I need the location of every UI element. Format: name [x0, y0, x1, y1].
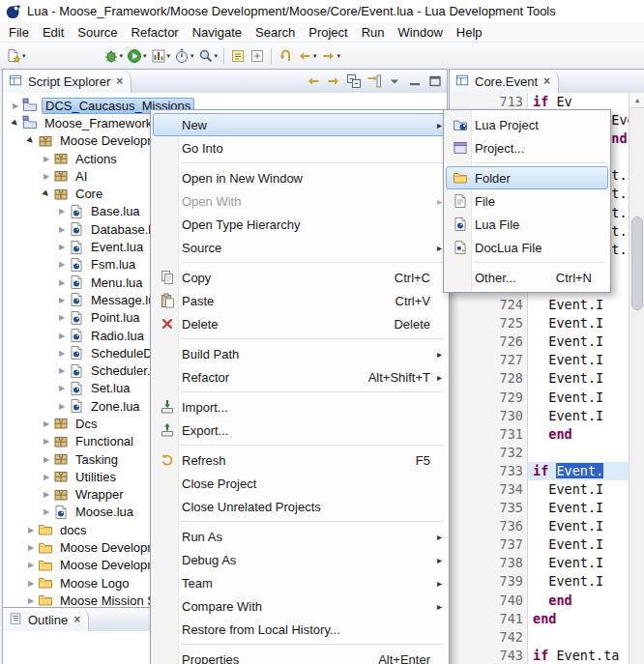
menu-edit[interactable]: Edit	[36, 23, 71, 42]
code-line[interactable]: end	[528, 610, 629, 628]
link-with-editor-button[interactable]	[365, 72, 383, 91]
collapsed-arrow-icon[interactable]: ▶	[24, 596, 38, 605]
close-icon[interactable]: ×	[73, 614, 80, 625]
menu-window[interactable]: Window	[392, 23, 450, 42]
collapsed-arrow-icon[interactable]: ▶	[40, 473, 53, 481]
dropdown-caret-icon[interactable]: ▾	[313, 52, 317, 60]
dropdown-caret-icon[interactable]: ▾	[337, 52, 341, 60]
expanded-arrow-icon[interactable]: ▶	[8, 115, 23, 130]
menu-item-go-into[interactable]: Go Into	[153, 136, 447, 159]
submenu-item-folder[interactable]: Folder	[446, 166, 608, 189]
collapsed-arrow-icon[interactable]: ▶	[55, 402, 69, 411]
menu-file[interactable]: File	[2, 23, 36, 42]
code-line[interactable]: Event.I	[528, 517, 629, 535]
collapsed-arrow-icon[interactable]: ▶	[24, 561, 38, 569]
menu-item-team[interactable]: Team▸	[153, 571, 447, 594]
collapsed-arrow-icon[interactable]: ▶	[24, 526, 38, 534]
collapsed-arrow-icon[interactable]: ▶	[40, 490, 53, 499]
back-button[interactable]: ▾	[295, 44, 319, 69]
code-line[interactable]	[528, 628, 629, 647]
collapsed-arrow-icon[interactable]: ▶	[55, 349, 69, 358]
expanded-arrow-icon[interactable]: ▶	[23, 133, 39, 149]
collapsed-arrow-icon[interactable]: ▶	[55, 332, 69, 340]
code-line[interactable]: Event.I	[528, 554, 629, 572]
collapsed-arrow-icon[interactable]: ▶	[55, 207, 69, 216]
collapsed-arrow-icon[interactable]: ▶	[9, 101, 22, 110]
menu-item-close-unrelated-projects[interactable]: Close Unrelated Projects	[153, 495, 447, 518]
collapsed-arrow-icon[interactable]: ▶	[40, 419, 53, 428]
close-icon[interactable]: ×	[116, 75, 123, 87]
dropdown-caret-icon[interactable]: ▾	[167, 52, 171, 60]
code-line[interactable]: if Event.	[528, 462, 629, 480]
minimize-button[interactable]	[405, 72, 424, 91]
menu-project[interactable]: Project	[302, 23, 354, 42]
collapsed-arrow-icon[interactable]: ▶	[55, 313, 69, 322]
forward-button[interactable]	[324, 72, 342, 91]
collapsed-arrow-icon[interactable]: ▶	[55, 296, 69, 304]
profile-button[interactable]: ▾	[172, 44, 196, 69]
code-line[interactable]: Event.I	[528, 332, 629, 351]
search-button[interactable]: ▾	[196, 44, 220, 69]
tab-script-explorer[interactable]: Script Explorer ×	[3, 70, 132, 93]
menu-item-delete[interactable]: DeleteDelete	[153, 312, 447, 335]
code-line[interactable]: end	[528, 592, 629, 610]
menu-item-build-path[interactable]: Build Path▸	[153, 342, 447, 365]
code-line[interactable]: end	[528, 425, 629, 444]
dropdown-caret-icon[interactable]: ▾	[190, 52, 194, 60]
menu-help[interactable]: Help	[450, 23, 489, 42]
vertical-scrollbar[interactable]: ▲	[629, 93, 644, 664]
code-line[interactable]: Event.I	[528, 351, 629, 369]
coverage-button[interactable]: ▾	[149, 44, 173, 69]
forward-button[interactable]: ▾	[319, 44, 343, 69]
collapsed-arrow-icon[interactable]: ▶	[55, 384, 69, 392]
submenu-item-project[interactable]: Project...	[446, 136, 608, 159]
maximize-button[interactable]	[425, 72, 444, 91]
menu-search[interactable]: Search	[249, 23, 302, 42]
menu-item-refresh[interactable]: RefreshF5	[153, 448, 447, 472]
expanded-arrow-icon[interactable]: ▶	[39, 186, 54, 201]
close-icon[interactable]: ×	[543, 75, 550, 87]
code-line[interactable]	[528, 444, 629, 462]
collapsed-arrow-icon[interactable]: ▶	[40, 507, 53, 516]
menu-navigate[interactable]: Navigate	[186, 23, 249, 42]
collapsed-arrow-icon[interactable]: ▶	[24, 543, 38, 552]
code-line[interactable]: Event.I	[528, 499, 629, 517]
collapsed-arrow-icon[interactable]: ▶	[40, 172, 53, 181]
dropdown-caret-icon[interactable]: ▾	[120, 52, 124, 60]
menu-refactor[interactable]: Refactor	[125, 23, 186, 42]
collapsed-arrow-icon[interactable]: ▶	[40, 155, 53, 163]
scrollbar-thumb[interactable]	[631, 217, 643, 310]
back-button[interactable]	[304, 72, 322, 91]
menu-item-compare-with[interactable]: Compare With▸	[153, 594, 447, 618]
collapsed-arrow-icon[interactable]: ▶	[55, 225, 69, 234]
code-line[interactable]: if Event.ta	[528, 647, 629, 664]
menu-item-paste[interactable]: PasteCtrl+V	[153, 289, 447, 312]
submenu-item-other[interactable]: Other...Ctrl+N	[446, 266, 608, 289]
menu-item-copy[interactable]: CopyCtrl+C	[153, 266, 447, 289]
run-button[interactable]: ▾	[125, 44, 149, 69]
menu-item-restore-from-local-history[interactable]: Restore from Local History...	[153, 618, 447, 641]
toggle-mark-occurrences-button[interactable]	[228, 44, 248, 69]
collapsed-arrow-icon[interactable]: ▶	[40, 455, 53, 464]
code-line[interactable]: Event.I	[528, 369, 629, 388]
code-line[interactable]: Event.I	[528, 389, 629, 407]
menu-item-refactor[interactable]: RefactorAlt+Shift+T▸	[153, 365, 447, 389]
submenu-item-file[interactable]: File	[446, 189, 608, 213]
menu-item-new[interactable]: New▸	[153, 113, 447, 136]
code-line[interactable]: Event.I	[528, 480, 629, 499]
collapsed-arrow-icon[interactable]: ▶	[40, 437, 53, 446]
menu-item-import[interactable]: Import...	[153, 395, 447, 419]
code-line[interactable]: Event.I	[528, 572, 629, 591]
menu-item-run-as[interactable]: Run As▸	[153, 525, 447, 548]
submenu-item-doclua-file[interactable]: DocLua File	[446, 236, 608, 259]
submenu-item-lua-file[interactable]: Lua File	[446, 213, 608, 236]
menu-item-export[interactable]: Export...	[153, 419, 447, 442]
debug-button[interactable]: ▾	[102, 44, 126, 69]
collapse-all-button[interactable]	[344, 72, 363, 91]
code-line[interactable]: Event.I	[528, 535, 629, 554]
submenu-item-lua-project[interactable]: Lua Project	[446, 113, 608, 136]
collapsed-arrow-icon[interactable]: ▶	[55, 366, 69, 375]
collapsed-arrow-icon[interactable]: ▶	[24, 579, 38, 588]
code-line[interactable]: Event.I	[528, 407, 629, 425]
dropdown-caret-icon[interactable]: ▾	[143, 52, 147, 60]
